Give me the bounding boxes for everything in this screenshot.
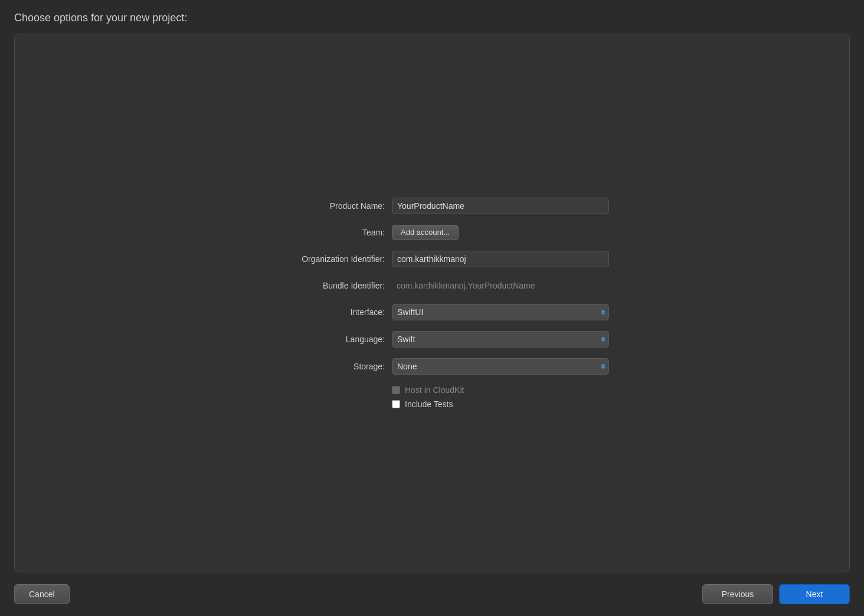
storage-select-wrapper: None Core Data SwiftData	[392, 358, 609, 375]
bundle-identifier-label: Bundle Identifier:	[255, 281, 385, 290]
page-title: Choose options for your new project:	[14, 12, 850, 24]
language-row: Language: Swift Objective-C	[255, 331, 609, 348]
org-identifier-row: Organization Identifier:	[255, 251, 609, 267]
cancel-button[interactable]: Cancel	[14, 584, 70, 604]
interface-select[interactable]: SwiftUI Storyboard	[392, 304, 609, 320]
org-identifier-input[interactable]	[392, 251, 609, 267]
host-cloudkit-item: Host in CloudKit	[392, 385, 609, 395]
include-tests-label: Include Tests	[405, 399, 453, 409]
language-label: Language:	[255, 335, 385, 344]
add-account-button[interactable]: Add account...	[392, 225, 459, 240]
include-tests-checkbox[interactable]	[392, 400, 400, 408]
language-select[interactable]: Swift Objective-C	[392, 331, 609, 348]
bundle-identifier-row: Bundle Identifier: com.karthikkmanoj.You…	[255, 278, 609, 293]
storage-row: Storage: None Core Data SwiftData	[255, 358, 609, 375]
product-name-label: Product Name:	[255, 201, 385, 211]
right-buttons: Previous Next	[702, 584, 850, 604]
interface-row: Interface: SwiftUI Storyboard	[255, 304, 609, 320]
product-name-row: Product Name:	[255, 198, 609, 214]
team-label: Team:	[255, 228, 385, 237]
org-identifier-label: Organization Identifier:	[255, 254, 385, 264]
storage-select[interactable]: None Core Data SwiftData	[392, 358, 609, 375]
next-button[interactable]: Next	[779, 584, 850, 604]
bottom-bar: Cancel Previous Next	[14, 572, 850, 604]
previous-button[interactable]: Previous	[702, 584, 773, 604]
language-select-wrapper: Swift Objective-C	[392, 331, 609, 348]
host-cloudkit-label: Host in CloudKit	[405, 385, 464, 395]
product-name-input[interactable]	[392, 198, 609, 214]
interface-label: Interface:	[255, 307, 385, 317]
include-tests-item: Include Tests	[392, 399, 609, 409]
content-panel: Product Name: Team: Add account... Organ…	[14, 34, 850, 572]
host-cloudkit-checkbox[interactable]	[392, 386, 400, 394]
storage-label: Storage:	[255, 362, 385, 371]
form-container: Product Name: Team: Add account... Organ…	[255, 198, 609, 409]
bundle-identifier-value: com.karthikkmanoj.YourProductName	[392, 278, 609, 293]
checkboxes-section: Host in CloudKit Include Tests	[392, 385, 609, 409]
interface-select-wrapper: SwiftUI Storyboard	[392, 304, 609, 320]
team-row: Team: Add account...	[255, 225, 609, 240]
